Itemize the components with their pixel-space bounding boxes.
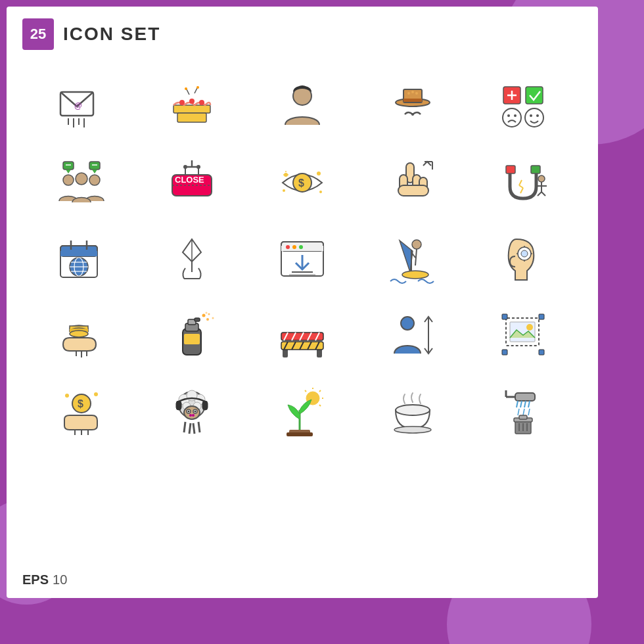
svg-point-13 xyxy=(185,87,187,90)
svg-line-179 xyxy=(319,390,321,392)
svg-point-8 xyxy=(179,100,185,105)
svg-point-28 xyxy=(507,114,510,117)
svg-point-73 xyxy=(538,175,545,182)
header-title: ICON SET xyxy=(63,24,160,45)
svg-point-34 xyxy=(76,173,87,185)
icon-cell-hat-mustache xyxy=(357,68,468,145)
svg-rect-127 xyxy=(184,334,200,344)
svg-line-12 xyxy=(195,88,197,93)
svg-point-55 xyxy=(317,172,321,175)
svg-point-146 xyxy=(526,324,533,331)
svg-point-142 xyxy=(401,317,414,330)
svg-point-187 xyxy=(394,426,431,433)
icon-cell-windsurfer xyxy=(357,221,468,297)
svg-point-31 xyxy=(530,114,532,117)
svg-rect-36 xyxy=(63,162,74,170)
svg-rect-188 xyxy=(515,393,535,401)
svg-point-101 xyxy=(402,271,428,279)
svg-point-114 xyxy=(70,331,88,337)
icons-grid: @ xyxy=(7,62,598,456)
icon-cell-mind-head xyxy=(468,221,578,297)
svg-line-191 xyxy=(517,401,518,407)
icon-cell-ui-elements xyxy=(468,68,578,145)
svg-line-192 xyxy=(520,401,522,407)
svg-rect-69 xyxy=(531,166,540,173)
svg-line-176 xyxy=(198,422,200,432)
svg-point-105 xyxy=(521,250,528,257)
svg-point-123 xyxy=(206,318,209,321)
icon-cell-pen-tool xyxy=(137,221,247,297)
svg-point-124 xyxy=(208,313,210,315)
svg-point-99 xyxy=(412,240,421,249)
svg-point-20 xyxy=(411,91,414,93)
svg-rect-6 xyxy=(173,105,210,113)
icon-cell-image-resize xyxy=(468,297,578,373)
svg-point-10 xyxy=(199,100,204,105)
icon-cell-sheep xyxy=(137,373,247,449)
svg-point-9 xyxy=(189,99,195,104)
svg-line-76 xyxy=(538,192,541,196)
svg-point-154 xyxy=(94,392,98,396)
svg-rect-80 xyxy=(60,251,97,256)
svg-point-125 xyxy=(212,317,214,319)
svg-line-196 xyxy=(523,409,524,415)
svg-line-72 xyxy=(520,188,523,193)
svg-point-19 xyxy=(407,92,410,95)
svg-rect-150 xyxy=(539,350,544,355)
svg-marker-39 xyxy=(92,170,97,173)
footer: EPS 10 xyxy=(22,572,67,587)
svg-point-153 xyxy=(65,394,69,398)
icon-cell-download-web xyxy=(247,221,357,297)
svg-rect-18 xyxy=(403,99,422,102)
svg-line-195 xyxy=(518,409,519,415)
svg-text:$: $ xyxy=(78,398,83,409)
svg-rect-149 xyxy=(502,350,507,355)
svg-point-22 xyxy=(411,113,414,116)
svg-line-174 xyxy=(189,423,191,434)
svg-rect-185 xyxy=(287,432,313,436)
svg-point-27 xyxy=(503,108,521,127)
svg-rect-147 xyxy=(502,314,507,319)
svg-line-193 xyxy=(524,401,526,407)
svg-line-71 xyxy=(519,185,523,188)
icon-cell-money-hand: $ xyxy=(26,373,137,449)
svg-point-168 xyxy=(195,411,196,413)
icon-cell-shower xyxy=(468,373,578,449)
icon-cell-plant-sun xyxy=(247,373,357,449)
svg-point-95 xyxy=(299,245,303,249)
svg-line-70 xyxy=(519,180,522,185)
icon-cell-world-calendar xyxy=(26,221,137,297)
svg-rect-148 xyxy=(539,314,544,319)
svg-point-57 xyxy=(319,191,322,193)
svg-text:CLOSE: CLOSE xyxy=(175,175,204,185)
svg-point-93 xyxy=(286,245,290,249)
svg-line-77 xyxy=(541,192,545,196)
svg-point-94 xyxy=(292,245,296,249)
svg-point-170 xyxy=(192,414,195,417)
svg-point-21 xyxy=(415,92,418,95)
icon-cell-person xyxy=(247,68,357,145)
svg-text:$: $ xyxy=(298,177,304,189)
svg-point-164 xyxy=(184,406,200,419)
icon-cell-magnet xyxy=(468,145,578,221)
svg-point-167 xyxy=(188,411,190,413)
svg-point-33 xyxy=(63,175,74,185)
icon-cell-barrier xyxy=(247,297,357,373)
svg-line-181 xyxy=(319,405,321,406)
svg-point-32 xyxy=(536,114,539,117)
svg-rect-121 xyxy=(195,318,200,321)
svg-point-126 xyxy=(206,312,208,314)
icon-cell-coins-hand xyxy=(26,297,137,373)
svg-line-197 xyxy=(528,409,530,415)
header: 25 ICON SET xyxy=(7,7,598,62)
svg-rect-38 xyxy=(89,162,100,170)
icon-cell-close-sign: CLOSE xyxy=(137,145,247,221)
svg-line-11 xyxy=(187,89,189,95)
icon-cell-cake xyxy=(137,68,247,145)
svg-point-35 xyxy=(89,175,100,185)
svg-point-169 xyxy=(189,414,192,417)
svg-point-29 xyxy=(514,114,517,117)
svg-point-186 xyxy=(396,405,430,415)
svg-rect-65 xyxy=(398,185,428,196)
icon-cell-person-resize xyxy=(357,297,468,373)
